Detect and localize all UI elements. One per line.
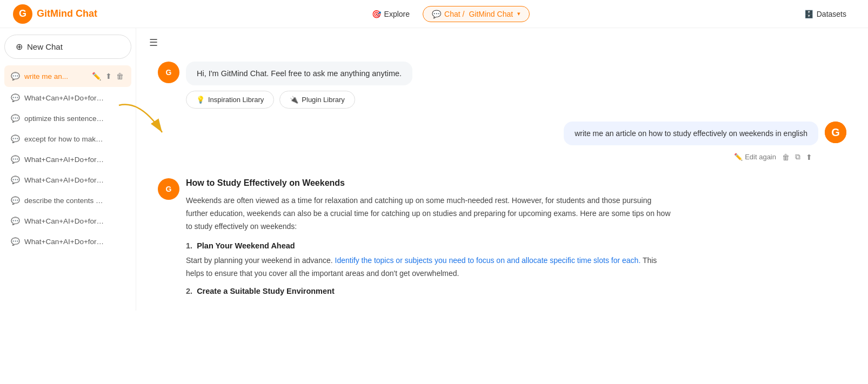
collapse-sidebar-button[interactable]: ☰ — [147, 35, 160, 51]
response-title: How to Study Effectively on Weekends — [186, 178, 672, 188]
bot-greeting-bubble: Hi, I'm GitMind Chat. Feel free to ask m… — [186, 62, 412, 109]
chat-gitmind-label: GitMind Chat — [469, 10, 513, 18]
user-message-row: write me an article on how to study effe… — [158, 122, 846, 165]
bot-response-row: G How to Study Effectively on Weekends W… — [158, 178, 846, 300]
collapse-header: ☰ — [136, 28, 868, 51]
user-message-bubble: write me an article on how to study effe… — [564, 122, 818, 145]
share-message-button[interactable]: ⬆ — [804, 151, 814, 163]
main-layout: ⊕ New Chat 💬 write me an... ✏️ ⬆ 🗑 — [0, 28, 868, 311]
delete-icon-btn[interactable]: 🗑 — [115, 71, 125, 82]
greeting-text: Hi, I'm GitMind Chat. Feel free to ask m… — [186, 62, 412, 85]
app-header: G GitMind Chat 🎯 Explore 💬 Chat / GitMin… — [0, 0, 868, 28]
datasets-button[interactable]: 🗄️ Datasets — [796, 6, 855, 22]
response-intro: Weekends are often viewed as a time for … — [186, 194, 672, 233]
response-section2-title: 2. Create a Suitable Study Environment — [186, 287, 672, 295]
bot-response-avatar: G — [158, 178, 179, 200]
chat-bubble-icon-6: 💬 — [11, 196, 20, 205]
sidebar-item-7[interactable]: 💬 What+Can+AI+Do+for+... — [4, 211, 131, 231]
logo-icon: G — [13, 4, 32, 24]
chat-nav-item[interactable]: 💬 Chat / GitMind Chat ▾ — [423, 6, 530, 22]
library-buttons: 💡 Inspiration Library 🔌 Plugin Library — [186, 91, 412, 109]
sidebar-item-label-8: What+Can+AI+Do+for+... — [24, 238, 105, 246]
bot-avatar-icon: G — [161, 65, 176, 80]
header-right: 🗄️ Datasets — [796, 6, 855, 22]
user-bubble-actions: ✏️ Edit again 🗑 ⧉ ⬆ — [730, 149, 818, 165]
sidebar-item-6[interactable]: 💬 describe the contents o... — [4, 191, 131, 210]
sidebar-item-2[interactable]: 💬 optimize this sentence: ... — [4, 109, 131, 128]
sidebar-item-5[interactable]: 💬 What+Can+AI+Do+for+... — [4, 170, 131, 190]
chat-bubble-icon-2: 💬 — [11, 114, 20, 123]
response-section1-title: 1. Plan Your Weekend Ahead — [186, 241, 672, 250]
user-avatar: G — [825, 122, 846, 143]
sidebar-item-3[interactable]: 💬 except for how to make... — [4, 129, 131, 149]
share-icon-btn[interactable]: ⬆ — [104, 71, 113, 82]
edit-icon: ✏️ — [734, 153, 743, 161]
edit-icon-btn[interactable]: ✏️ — [91, 71, 102, 82]
svg-text:G: G — [166, 185, 172, 193]
svg-text:G: G — [19, 8, 26, 19]
bot-response-avatar-icon: G — [161, 181, 176, 197]
chat-bubble-icon-7: 💬 — [11, 217, 20, 225]
sidebar-item-8[interactable]: 💬 What+Can+AI+Do+for+... — [4, 232, 131, 251]
sidebar-item-label-3: except for how to make... — [24, 135, 105, 143]
explore-icon: 🎯 — [372, 10, 381, 18]
collapse-icon: ☰ — [149, 37, 158, 48]
logo: G GitMind Chat — [13, 4, 97, 24]
plugin-icon: 🔌 — [290, 96, 298, 104]
svg-text:G: G — [831, 126, 840, 138]
chat-bubble-icon-5: 💬 — [11, 176, 20, 184]
delete-message-button[interactable]: 🗑 — [780, 151, 791, 163]
chat-bubble-icon-1: 💬 — [11, 93, 20, 102]
chevron-down-icon: ▾ — [517, 10, 520, 17]
response-section1: 1. Plan Your Weekend Ahead Start by plan… — [186, 241, 672, 280]
edit-again-button[interactable]: ✏️ Edit again — [734, 153, 776, 161]
svg-text:G: G — [166, 68, 172, 77]
chat-bubble-icon-4: 💬 — [11, 155, 20, 164]
inspiration-library-button[interactable]: 💡 Inspiration Library — [186, 91, 274, 109]
sidebar-item-label-0: write me an... — [24, 72, 68, 80]
explore-nav-item[interactable]: 🎯 Explore — [363, 6, 418, 22]
sidebar-item-label-5: What+Can+AI+Do+for+... — [24, 176, 105, 184]
sidebar-item-0[interactable]: 💬 write me an... ✏️ ⬆ 🗑 — [4, 65, 131, 87]
logo-text: GitMind Chat — [37, 8, 97, 19]
sidebar-item-label-4: What+Can+AI+Do+for+... — [24, 156, 105, 164]
sidebar-item-label-2: optimize this sentence: ... — [24, 114, 105, 123]
bot-greeting-row: G Hi, I'm GitMind Chat. Feel free to ask… — [158, 62, 846, 109]
sidebar: ⊕ New Chat 💬 write me an... ✏️ ⬆ 🗑 — [0, 28, 136, 311]
sidebar-item-label-6: describe the contents o... — [24, 197, 105, 205]
sidebar-item-1[interactable]: 💬 What+Can+AI+Do+for+... — [4, 88, 131, 107]
user-avatar-icon: G — [825, 122, 846, 143]
sidebar-item-label-7: What+Can+AI+Do+for+... — [24, 217, 105, 225]
user-bubble-wrap: write me an article on how to study effe… — [564, 122, 818, 165]
copy-message-button[interactable]: ⧉ — [793, 151, 802, 163]
plugin-library-button[interactable]: 🔌 Plugin Library — [279, 91, 355, 109]
sidebar-item-label-1: What+Can+AI+Do+for+... — [24, 94, 105, 102]
inspiration-icon: 💡 — [196, 96, 205, 104]
response-section2: 2. Create a Suitable Study Environment — [186, 287, 672, 295]
response-section1-text: Start by planning your weekend in advanc… — [186, 254, 672, 280]
bot-avatar: G — [158, 62, 179, 83]
sidebar-item-4[interactable]: 💬 What+Can+AI+Do+for+... — [4, 150, 131, 169]
chat-bubble-icon-3: 💬 — [11, 134, 20, 143]
chat-area: ☰ G Hi, I'm GitMind Chat. Feel free to a… — [136, 28, 868, 311]
chat-bubble-icon: 💬 — [11, 72, 20, 80]
datasets-icon: 🗄️ — [804, 10, 813, 18]
chat-messages: G Hi, I'm GitMind Chat. Feel free to ask… — [136, 51, 868, 311]
header-nav: 🎯 Explore 💬 Chat / GitMind Chat ▾ — [363, 6, 530, 22]
chat-icon: 💬 — [432, 10, 441, 18]
sidebar-list: 💬 write me an... ✏️ ⬆ 🗑 💬 What+Can+AI+Do… — [4, 65, 131, 251]
response-bubble: How to Study Effectively on Weekends Wee… — [186, 178, 672, 300]
new-chat-button[interactable]: ⊕ New Chat — [4, 35, 131, 59]
plus-icon: ⊕ — [16, 42, 23, 52]
chat-bubble-icon-8: 💬 — [11, 237, 20, 246]
